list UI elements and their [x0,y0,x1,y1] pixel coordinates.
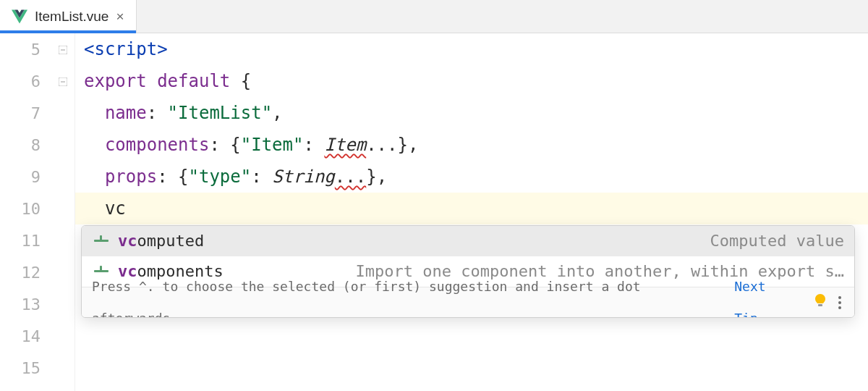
punct: { [230,135,240,155]
code-line: export default { [75,65,868,97]
code-line: props: {"type": String...}, [75,161,868,193]
prop-key: name [105,103,147,123]
line-number: 14 [0,320,52,352]
code-line [75,352,868,384]
line-number: 9 [0,161,52,193]
punct: : [157,167,167,187]
code-line: components: {"Item": Item...}, [75,129,868,161]
line-number-gutter: 5 6 7 8 9 10 11 12 13 14 15 [0,33,52,391]
string: "ItemList" [168,103,273,123]
keyword: default [157,71,230,91]
hint-shortcut: ^. [139,279,155,294]
punct: { [241,71,251,91]
keyword: export [84,71,147,91]
identifier: Item [324,135,366,155]
completion-rest: omputed [137,232,205,250]
code-area[interactable]: <script> export default { name: "ItemLis… [75,33,868,391]
punct: : [303,135,313,155]
code-line [75,320,868,352]
code-line-current: vc [75,193,868,224]
completion-popup: vcomputed Computed value vcomponents Imp… [81,225,855,318]
string: "type" [189,167,252,187]
punct: ... [366,135,397,155]
line-number: 11 [0,224,52,256]
line-number: 10 [0,193,52,224]
completion-desc: Computed value [710,225,844,257]
tag-name: script [94,39,157,59]
punct: , [408,135,418,155]
hint-prefix: Press [92,279,139,294]
line-number: 15 [0,352,52,384]
code-line: <script> [75,33,868,65]
completion-match: vc [118,232,137,250]
line-number: 8 [0,129,52,161]
tag-close: > [157,39,167,59]
tab-itemlist-vue[interactable]: ItemList.vue × [0,0,137,33]
more-options-icon[interactable] [835,296,844,309]
vue-file-icon [12,9,27,24]
line-number: 7 [0,97,52,129]
typed-text: vc [105,198,126,219]
string: "Item" [241,135,304,155]
hint-suffix: to choose the selected (or first) sugges… [92,279,641,319]
editor-window: ItemList.vue × 5 6 7 8 9 10 11 12 13 14 … [0,0,868,391]
live-template-icon [92,235,111,247]
punct: , [377,167,387,187]
svg-rect-8 [818,304,822,306]
fold-toggle-icon[interactable] [56,75,69,88]
code-editor[interactable]: 5 6 7 8 9 10 11 12 13 14 15 <script> exp… [0,33,868,391]
line-number: 13 [0,288,52,320]
prop-key: components [105,135,210,155]
lightbulb-icon[interactable] [814,287,827,319]
punct: } [398,135,408,155]
completion-hint: Press ^. to choose the selected (or firs… [92,271,720,319]
punct: { [178,167,188,187]
punct: : [209,135,219,155]
punct: : [251,167,261,187]
punct: } [366,167,376,187]
fold-toggle-icon[interactable] [56,43,69,56]
identifier: String [272,167,335,187]
completion-name: vcomputed [118,225,204,257]
next-tip-link[interactable]: Next Tip [734,271,796,319]
code-line: name: "ItemList", [75,97,868,129]
prop-key: props [105,167,157,187]
completion-footer: Press ^. to choose the selected (or firs… [82,287,854,317]
tab-label: ItemList.vue [35,9,109,25]
close-tab-icon[interactable]: × [116,9,124,23]
punct: , [272,103,282,123]
tag-open: < [84,39,94,59]
fold-strip [52,33,75,391]
line-number: 12 [0,256,52,288]
punct: ... [335,167,366,187]
completion-item[interactable]: vcomputed Computed value [82,226,854,256]
svg-rect-5 [100,235,102,241]
punct: : [147,103,157,123]
line-number: 5 [0,33,52,65]
line-number: 6 [0,65,52,97]
tab-bar: ItemList.vue × [0,0,868,33]
